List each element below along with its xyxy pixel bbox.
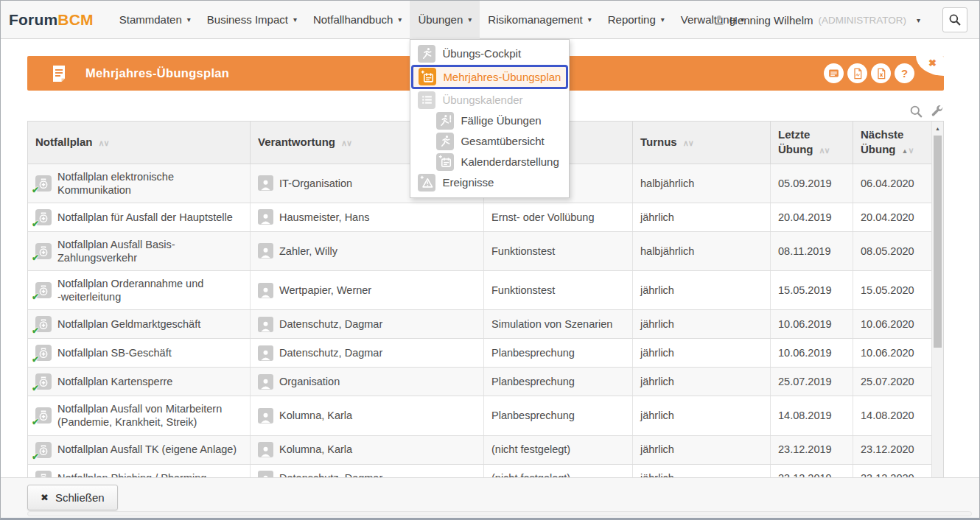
table-row[interactable]: ✔Notfallplan SB-Geschäft Datenschutz, Da… xyxy=(28,339,943,368)
vertical-scrollbar[interactable]: ▲ ▼ xyxy=(931,122,943,493)
nav-label: Notfallhandbuch xyxy=(313,13,393,26)
user-menu[interactable]: Henning Wilhelm (ADMINISTRATOR) ▾ xyxy=(714,1,920,39)
emergency-plan-icon: ✔ xyxy=(35,442,52,458)
chevron-down-icon: ▾ xyxy=(917,16,920,24)
pdf-export-icon[interactable] xyxy=(847,63,867,83)
exercise-type: Ernst- oder Vollübung xyxy=(491,211,594,224)
menu-item-label: Übungs-Cockpit xyxy=(442,47,521,60)
table-settings-wrench-icon[interactable] xyxy=(930,105,944,119)
close-button[interactable]: ✖ Schließen xyxy=(27,485,118,510)
plan-name: Notfallplan Orderannahme und -weiterleit… xyxy=(57,277,203,303)
column-header-letzte-uebung[interactable]: Letzte Übung∧∨ xyxy=(771,122,853,164)
sort-indicator-active[interactable]: ▲∨ xyxy=(901,146,913,155)
scrollbar-thumb[interactable] xyxy=(934,136,942,348)
sort-indicator[interactable]: ∧∨ xyxy=(99,138,109,147)
card-list-icon[interactable] xyxy=(824,63,844,83)
nav-item-notfallhandbuch[interactable]: Notfallhandbuch ▾ xyxy=(305,1,410,39)
emergency-plan-icon: ✔ xyxy=(35,175,52,192)
scroll-up-arrow-icon[interactable]: ▲ xyxy=(932,123,943,134)
top-navigation-bar: ForumBCM Stammdaten ▾ Business Impact ▾ … xyxy=(1,1,979,39)
column-label: Letzte Übung xyxy=(778,128,813,155)
responsible-name: Hausmeister, Hans xyxy=(279,211,370,224)
table-row[interactable]: ✔Notfallplan Kartensperre Organisation P… xyxy=(28,368,943,396)
responsible-name: Kolumna, Karla xyxy=(279,409,352,422)
global-search-button[interactable] xyxy=(942,7,967,32)
person-icon xyxy=(258,408,273,424)
table-search-icon[interactable] xyxy=(909,105,923,119)
column-header-notfallplan[interactable]: Notfallplan∧∨ xyxy=(28,122,251,164)
menu-item-label: Fällige Übungen xyxy=(461,114,541,127)
plan-name: Notfallplan Ausfall Basis- Zahlungsverke… xyxy=(57,238,175,264)
cycle: halbjährlich xyxy=(640,245,694,258)
table-row[interactable]: ✔Notfallplan Ausfall TK (eigene Anlage) … xyxy=(28,436,943,465)
nav-label: Stammdaten xyxy=(119,13,182,26)
panel-close-button[interactable]: ✖ xyxy=(916,56,944,76)
table-row[interactable]: ✔Notfallplan Geldmarktgeschäft Datenschu… xyxy=(28,310,943,339)
sort-indicator[interactable]: ∧∨ xyxy=(683,138,693,147)
menu-item-label: Ereignisse xyxy=(442,176,494,189)
next-exercise-date: 06.04.2020 xyxy=(861,177,914,190)
table-row[interactable]: ✔Notfallplan Ausfall Basis- Zahlungsverk… xyxy=(28,232,943,271)
horizontal-scrollbar-track[interactable] xyxy=(27,511,972,516)
menu-item-gesamtuebersicht[interactable]: Gesamtübersicht xyxy=(410,131,569,152)
nav-label: Reporting xyxy=(608,13,656,26)
person-icon xyxy=(258,345,273,361)
search-icon xyxy=(948,13,962,27)
table-row[interactable]: ✔Notfallplan für Ausfall der Hauptstelle… xyxy=(28,203,943,232)
check-icon: ✔ xyxy=(32,253,39,264)
cycle: jährlich xyxy=(640,375,674,388)
column-header-turnus[interactable]: Turnus∧∨ xyxy=(633,122,771,164)
nav-item-business-impact[interactable]: Business Impact ▾ xyxy=(199,1,305,39)
next-exercise-date: 10.06.2020 xyxy=(861,317,914,331)
emergency-plan-icon: ✔ xyxy=(35,407,52,424)
responsible-name: Datenschutz, Dagmar xyxy=(279,346,382,359)
next-exercise-date: 08.05.2020 xyxy=(861,245,914,258)
nav-item-stammdaten[interactable]: Stammdaten ▾ xyxy=(111,1,199,39)
cycle: jährlich xyxy=(640,409,674,422)
nav-item-reporting[interactable]: Reporting ▾ xyxy=(600,1,673,39)
plan-name: Notfallplan SB-Geschäft xyxy=(57,346,172,359)
check-icon: ✔ xyxy=(32,185,39,196)
responsible-name: Wertpapier, Werner xyxy=(279,284,371,297)
menu-item-kalenderdarstellung[interactable]: Kalenderdarstellung xyxy=(410,152,569,172)
person-icon xyxy=(258,175,273,191)
nav-item-uebungen[interactable]: Übungen ▾ Übungs-Cockpit Mehrjahr xyxy=(410,1,480,39)
check-icon: ✔ xyxy=(32,354,39,365)
menu-item-ereignisse[interactable]: Ereignisse xyxy=(410,172,569,193)
column-label: Turnus xyxy=(640,136,677,148)
table-row[interactable]: ✔Notfallplan Ausfall von Mitarbeitern (P… xyxy=(28,396,943,435)
menu-item-uebungs-cockpit[interactable]: Übungs-Cockpit xyxy=(410,43,569,64)
sort-indicator[interactable]: ∧∨ xyxy=(819,146,829,155)
menu-item-mehrjahres-uebungsplan[interactable]: Mehrjahres-Übungsplan xyxy=(411,65,568,89)
check-icon: ✔ xyxy=(32,383,39,394)
menu-item-label: Mehrjahres-Übungsplan xyxy=(443,71,561,83)
person-icon xyxy=(258,243,273,259)
nav-label: Übungen xyxy=(418,13,463,26)
sort-indicator[interactable]: ∧∨ xyxy=(341,138,351,147)
plan-name: Notfallplan Geldmarktgeschäft xyxy=(57,317,200,331)
excel-export-icon[interactable] xyxy=(871,63,891,83)
plan-name: Notfallplan für Ausfall der Hauptstelle xyxy=(57,211,233,224)
menu-item-faellige-uebungen[interactable]: Fällige Übungen xyxy=(410,110,569,131)
check-icon: ✔ xyxy=(32,219,39,230)
last-exercise-date: 08.11.2019 xyxy=(778,245,831,258)
close-icon: ✖ xyxy=(41,492,49,503)
column-label: Verantwortung xyxy=(258,136,335,148)
exercise-type: Planbesprechung xyxy=(491,346,575,359)
emergency-plan-icon: ✔ xyxy=(35,345,52,361)
panel-toolbar: ? xyxy=(824,63,914,83)
close-button-label: Schließen xyxy=(55,491,105,504)
plan-name: Notfallplan Ausfall von Mitarbeitern (Pa… xyxy=(57,402,222,429)
table-row[interactable]: ✔Notfallplan Orderannahme und -weiterlei… xyxy=(28,271,943,310)
exercise-due-icon xyxy=(436,112,454,130)
last-exercise-date: 05.09.2019 xyxy=(778,177,832,190)
help-icon[interactable]: ? xyxy=(895,63,914,83)
cycle: jährlich xyxy=(640,317,674,331)
person-icon xyxy=(258,317,273,332)
help-glyph: ? xyxy=(901,67,908,80)
menu-item-label: Gesamtübersicht xyxy=(461,135,544,147)
app-logo[interactable]: ForumBCM xyxy=(9,11,94,29)
nav-item-risikomanagement[interactable]: Risikomanagement ▾ xyxy=(480,1,599,39)
column-header-naechste-uebung[interactable]: Nächste Übung▲∨ xyxy=(853,122,943,164)
table-tools xyxy=(909,105,944,119)
